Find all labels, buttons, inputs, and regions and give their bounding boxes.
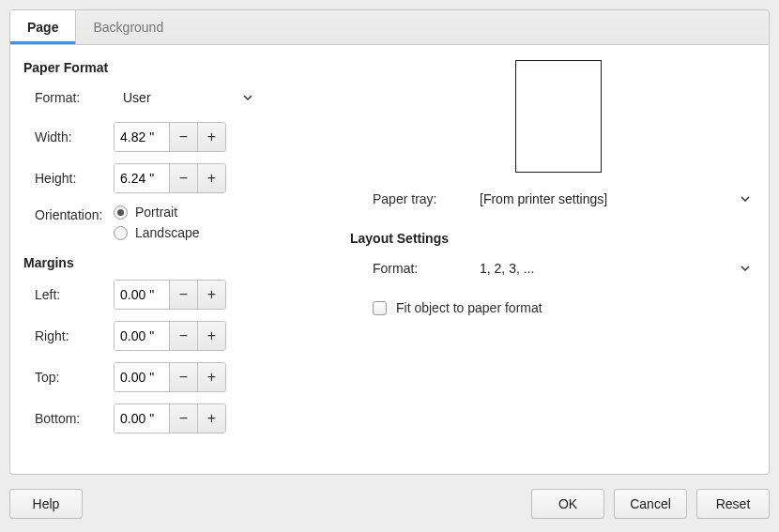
margin-bottom-decrease-button[interactable]: − <box>169 404 197 433</box>
orientation-landscape-label: Landscape <box>135 225 200 240</box>
margin-left-label: Left: <box>23 287 114 302</box>
tab-page[interactable]: Page <box>10 10 76 44</box>
radio-icon <box>114 205 128 220</box>
reset-button[interactable]: Reset <box>696 489 770 519</box>
height-increase-button[interactable]: + <box>197 164 225 192</box>
margin-top-label: Top: <box>23 370 114 385</box>
margin-bottom-stepper: − + <box>114 403 226 433</box>
layout-format-dropdown[interactable]: 1, 2, 3, ... <box>474 255 756 281</box>
width-input[interactable] <box>115 123 169 151</box>
orientation-landscape-radio[interactable]: Landscape <box>114 225 200 240</box>
fit-object-label: Fit object to paper format <box>396 300 542 315</box>
format-dropdown[interactable]: User <box>114 84 262 111</box>
height-stepper: − + <box>114 163 226 193</box>
format-label: Format: <box>23 90 114 105</box>
height-label: Height: <box>23 171 114 186</box>
margin-top-decrease-button[interactable]: − <box>169 363 197 391</box>
margin-right-label: Right: <box>23 328 114 343</box>
tab-page-label: Page <box>27 20 58 35</box>
tab-background[interactable]: Background <box>76 10 180 44</box>
checkbox-icon <box>373 301 387 315</box>
tab-bar: Page Background <box>9 9 770 45</box>
help-button[interactable]: Help <box>9 489 83 519</box>
width-label: Width: <box>23 129 114 144</box>
orientation-label: Orientation: <box>23 205 114 222</box>
margin-left-input[interactable] <box>115 281 169 309</box>
width-stepper: − + <box>114 122 226 152</box>
margin-top-input[interactable] <box>115 363 169 391</box>
margin-right-input[interactable] <box>115 322 169 350</box>
margin-bottom-increase-button[interactable]: + <box>197 404 225 433</box>
orientation-group: Portrait Landscape <box>114 205 200 246</box>
margin-right-decrease-button[interactable]: − <box>169 322 197 350</box>
tab-background-label: Background <box>93 20 163 35</box>
chevron-down-icon <box>243 93 252 102</box>
margins-title: Margins <box>23 255 333 270</box>
paper-tray-dropdown[interactable]: [From printer settings] <box>474 186 756 212</box>
width-increase-button[interactable]: + <box>197 123 225 151</box>
format-value: User <box>123 90 151 105</box>
width-decrease-button[interactable]: − <box>169 123 197 151</box>
margin-top-increase-button[interactable]: + <box>197 363 225 391</box>
margin-left-increase-button[interactable]: + <box>197 281 225 309</box>
ok-button[interactable]: OK <box>531 489 604 519</box>
cancel-button[interactable]: Cancel <box>614 489 687 519</box>
right-column: Paper tray: [From printer settings] Layo… <box>361 56 756 461</box>
margin-left-decrease-button[interactable]: − <box>169 281 197 309</box>
fit-object-checkbox[interactable]: Fit object to paper format <box>373 300 542 315</box>
radio-icon <box>114 226 128 240</box>
margin-right-increase-button[interactable]: + <box>197 322 225 350</box>
page-tab-panel: Paper Format Format: User Width: <box>9 45 770 475</box>
height-decrease-button[interactable]: − <box>169 164 197 192</box>
layout-settings-title: Layout Settings <box>350 231 756 246</box>
orientation-portrait-label: Portrait <box>135 205 177 220</box>
margin-top-stepper: − + <box>114 362 226 392</box>
page-preview-area <box>361 60 756 173</box>
paper-format-title: Paper Format <box>23 60 333 75</box>
paper-tray-label: Paper tray: <box>361 191 474 206</box>
paper-tray-value: [From printer settings] <box>480 191 607 206</box>
left-column: Paper Format Format: User Width: <box>23 56 333 461</box>
chevron-down-icon <box>741 264 750 273</box>
height-input[interactable] <box>115 164 169 192</box>
orientation-portrait-radio[interactable]: Portrait <box>114 205 200 220</box>
margin-bottom-label: Bottom: <box>23 411 114 426</box>
dialog-footer: Help OK Cancel Reset <box>9 485 770 523</box>
page-preview <box>515 60 602 173</box>
page-setup-dialog: Page Background Paper Format Format: Use… <box>9 9 770 523</box>
layout-format-label: Format: <box>361 261 474 276</box>
chevron-down-icon <box>741 194 750 204</box>
layout-format-value: 1, 2, 3, ... <box>480 261 534 276</box>
margin-bottom-input[interactable] <box>115 404 169 433</box>
margin-right-stepper: − + <box>114 321 226 351</box>
margin-left-stepper: − + <box>114 280 226 310</box>
